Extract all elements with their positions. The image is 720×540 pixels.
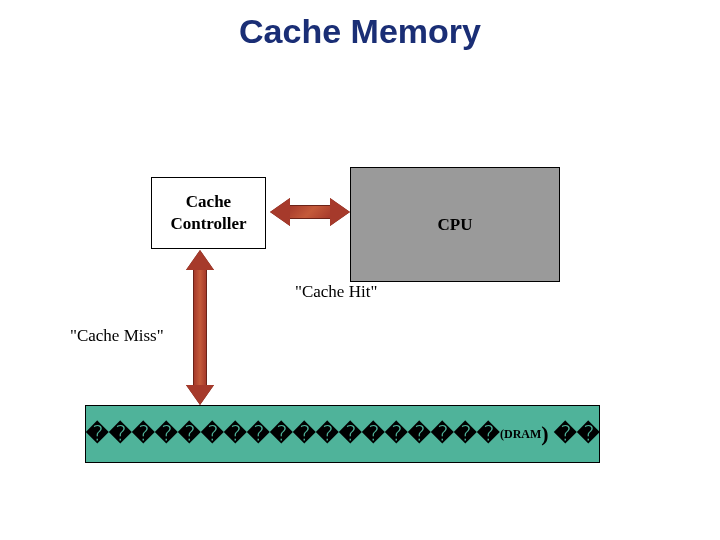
node-cache-controller-line1: Cache <box>186 191 231 213</box>
node-cache-controller: Cache Controller <box>151 177 266 249</box>
node-dram: ������������������(DRAM) ���� <box>85 405 600 463</box>
node-cpu-label: CPU <box>438 215 473 235</box>
node-cache-controller-line2: Controller <box>170 213 246 235</box>
node-cpu: CPU <box>350 167 560 282</box>
page-title: Cache Memory <box>0 12 720 51</box>
node-dram-prefix: ������������������ <box>86 421 500 446</box>
node-dram-suffix: ) ���� <box>541 421 600 446</box>
label-cache-hit: "Cache Hit" <box>295 282 377 302</box>
label-cache-miss: "Cache Miss" <box>70 326 164 346</box>
node-dram-mid: (DRAM <box>500 427 541 441</box>
